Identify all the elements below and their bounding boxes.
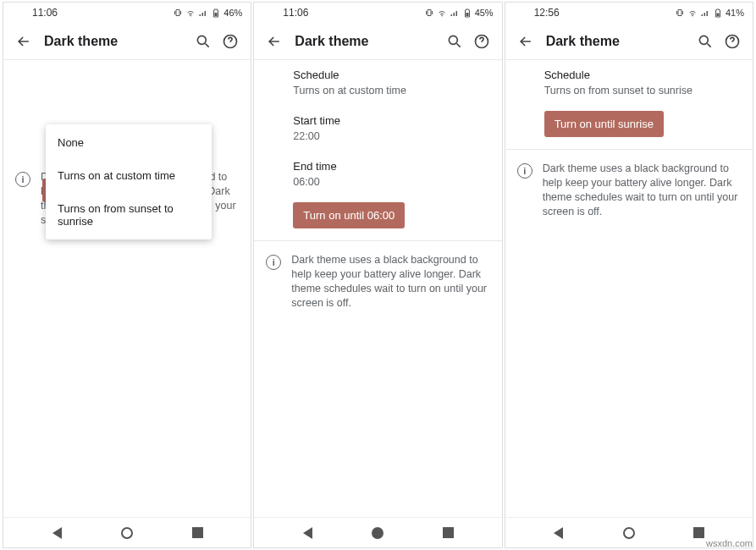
square-icon [693, 527, 704, 538]
watermark: wsxdn.com [706, 538, 753, 548]
arrow-left-icon [15, 33, 32, 50]
end-time-setting[interactable]: End time 06:00 [254, 151, 501, 197]
svg-rect-0 [215, 13, 218, 16]
dropdown-option-custom[interactable]: Turns on at custom time [46, 159, 212, 192]
battery-pct: 45% [475, 8, 494, 18]
help-button[interactable] [217, 28, 244, 55]
battery-icon [713, 8, 723, 18]
nav-back[interactable] [542, 521, 576, 545]
signal-icon [450, 8, 460, 18]
nav-back[interactable] [290, 521, 324, 545]
triangle-icon [52, 527, 62, 539]
start-time-setting[interactable]: Start time 22:00 [254, 106, 501, 151]
nav-home[interactable] [612, 521, 646, 545]
wifi-icon [437, 8, 447, 18]
divider [254, 240, 501, 241]
page-title: Dark theme [37, 34, 190, 49]
dropdown-option-none[interactable]: None [46, 126, 212, 159]
search-icon [697, 33, 714, 50]
schedule-dropdown: None Turns on at custom time Turns on fr… [46, 124, 212, 239]
page-title: Dark theme [288, 34, 440, 49]
turn-on-button[interactable]: Turn on until 06:00 [293, 202, 405, 228]
schedule-setting[interactable]: Schedule Turns on at custom time [254, 60, 501, 106]
circle-icon [623, 527, 635, 539]
info-row: i Dark theme uses a black background to … [505, 155, 753, 226]
divider [505, 149, 753, 150]
setting-value: 22:00 [293, 129, 488, 143]
square-icon [192, 527, 203, 538]
status-icons: 46% [173, 8, 242, 18]
screen-1: 11:06 46% Dark theme [3, 2, 251, 548]
svg-point-4 [449, 36, 457, 44]
info-row: i Dark theme uses a black background to … [254, 246, 501, 317]
content-area: Schedule Turns on from sunset to sunrise… [505, 60, 753, 517]
wifi-icon [185, 8, 196, 18]
back-button[interactable] [10, 28, 37, 55]
circle-icon [121, 527, 133, 539]
status-bar: 11:06 45% [254, 3, 501, 23]
info-text: Dark theme uses a black background to he… [291, 253, 488, 311]
info-icon: i [266, 255, 281, 270]
search-icon [195, 33, 212, 50]
setting-label: Schedule [544, 69, 739, 83]
status-time: 12:56 [534, 7, 560, 19]
back-button[interactable] [512, 28, 539, 55]
svg-rect-6 [716, 14, 719, 17]
screen-2: 11:06 45% Dark theme Sche [253, 2, 502, 548]
nav-bar [3, 517, 251, 547]
status-icons: 45% [424, 8, 494, 18]
vibrate-icon [424, 8, 434, 18]
search-button[interactable] [190, 28, 217, 55]
battery-icon [211, 8, 221, 18]
help-icon [222, 33, 239, 50]
arrow-left-icon [266, 33, 283, 50]
back-button[interactable] [261, 28, 288, 55]
info-icon: i [15, 172, 30, 187]
svg-point-1 [198, 36, 207, 44]
svg-rect-3 [466, 13, 468, 16]
battery-pct: 41% [726, 8, 744, 18]
info-icon: i [517, 163, 533, 179]
search-button[interactable] [692, 28, 719, 55]
triangle-icon [554, 527, 563, 539]
nav-recents[interactable] [432, 521, 466, 545]
nav-home[interactable] [110, 521, 144, 545]
setting-label: End time [293, 160, 488, 174]
setting-label: Start time [293, 114, 488, 129]
screen-3: 12:56 41% Dark theme Sche [505, 2, 753, 548]
nav-back[interactable] [40, 521, 74, 545]
nav-home[interactable] [361, 521, 395, 545]
dropdown-option-sunset[interactable]: Turns on from sunset to sunrise [46, 192, 212, 238]
wifi-icon [687, 8, 698, 18]
page-title: Dark theme [539, 34, 692, 49]
app-bar: Dark theme [505, 23, 753, 60]
help-button[interactable] [719, 28, 746, 55]
status-bar: 11:06 46% [3, 3, 251, 23]
content-area: Schedule Turns on at custom time Start t… [254, 60, 501, 517]
content-area: None Turns on at custom time Turns on fr… [3, 60, 251, 517]
status-icons: 41% [675, 8, 744, 18]
search-button[interactable] [441, 28, 468, 55]
turn-on-button[interactable]: Turn on until sunrise [544, 111, 664, 137]
schedule-setting[interactable]: Schedule Turns on from sunset to sunrise [505, 60, 753, 106]
arrow-left-icon [517, 33, 534, 50]
help-icon [473, 33, 490, 50]
setting-value: Turns on at custom time [293, 84, 488, 97]
circle-icon [372, 527, 384, 539]
triangle-icon [303, 527, 312, 539]
status-time: 11:06 [283, 7, 308, 19]
info-text: Dark theme uses a black background to he… [543, 162, 739, 219]
help-icon [724, 33, 741, 50]
app-bar: Dark theme [3, 23, 251, 60]
signal-icon [700, 8, 710, 18]
help-button[interactable] [468, 28, 495, 55]
setting-label: Schedule [293, 69, 488, 83]
nav-bar [254, 517, 501, 547]
app-bar: Dark theme [254, 23, 501, 60]
signal-icon [198, 8, 208, 18]
status-time: 11:06 [32, 7, 58, 19]
nav-recents[interactable] [180, 521, 214, 545]
battery-pct: 46% [223, 8, 242, 18]
setting-value: 06:00 [293, 175, 488, 189]
setting-value: Turns on from sunset to sunrise [544, 84, 739, 97]
